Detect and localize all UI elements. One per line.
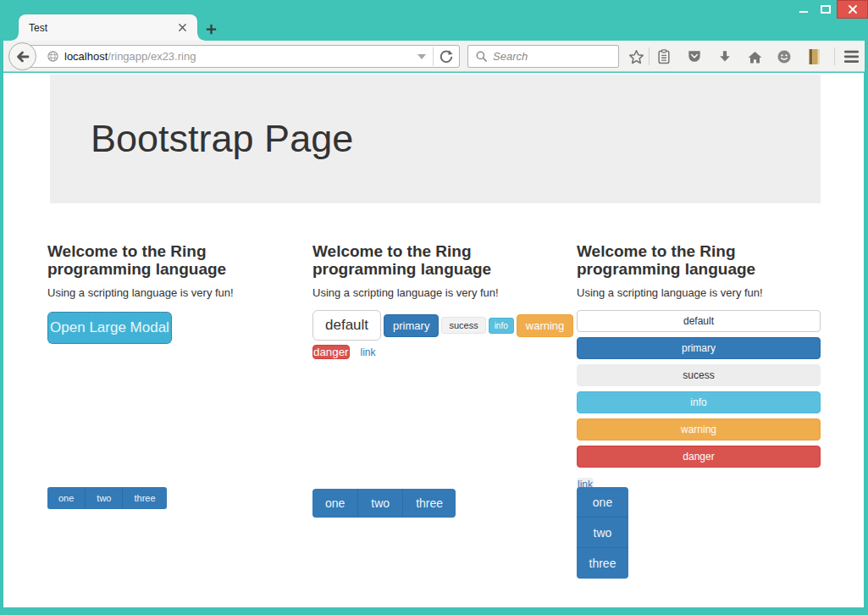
close-button[interactable] — [837, 0, 868, 19]
navigation-toolbar: localhost/ringapp/ex23.ring — [3, 41, 865, 72]
column-heading: Welcome to the Ring programming language — [577, 242, 776, 278]
url-dropdown-icon[interactable] — [417, 54, 426, 59]
url-path: /ringapp/ex23.ring — [108, 50, 196, 63]
button-group-vertical: one two three — [577, 487, 628, 579]
search-input[interactable] — [493, 50, 603, 63]
button-size-row: default primary sucess info warning — [312, 310, 556, 341]
home-button[interactable] — [745, 47, 764, 66]
browser-window: Test localhost/ringapp/ex23.ring — [0, 0, 868, 615]
column-2: Welcome to the Ring programming language… — [312, 236, 556, 359]
smiley-icon — [776, 48, 793, 65]
button-group-small: one two three — [47, 487, 167, 509]
plus-icon — [205, 23, 218, 36]
default-button[interactable]: default — [312, 310, 381, 341]
download-arrow-icon — [716, 48, 733, 65]
clipboard-icon — [655, 48, 672, 65]
maximize-icon — [821, 5, 831, 14]
window-controls — [793, 0, 868, 20]
new-tab-button[interactable] — [202, 19, 220, 38]
group-button-three[interactable]: three — [123, 487, 166, 509]
globe-icon — [47, 50, 59, 63]
group-button-two[interactable]: two — [577, 518, 628, 548]
tab-close-icon[interactable] — [175, 21, 189, 35]
info-button[interactable]: info — [489, 318, 514, 334]
column-heading: Welcome to the Ring programming language — [47, 242, 246, 278]
block-button-stack: default primary sucess info warning dang… — [577, 310, 821, 491]
button-group-default: one two three — [312, 489, 456, 518]
maximize-button[interactable] — [815, 0, 837, 17]
column-subtext: Using a scripting language is very fun! — [577, 286, 821, 299]
danger-button[interactable]: danger — [312, 345, 350, 359]
home-icon — [746, 48, 764, 66]
web-page-content: Bootstrap Page Welcome to the Ring progr… — [3, 73, 864, 607]
url-text[interactable]: localhost/ringapp/ex23.ring — [64, 50, 417, 63]
close-icon — [848, 4, 858, 14]
divider — [649, 47, 650, 65]
group-button-two[interactable]: two — [86, 487, 123, 509]
divider — [433, 47, 434, 66]
search-icon — [475, 50, 488, 63]
column-1: Welcome to the Ring programming language… — [47, 236, 291, 344]
column-3: Welcome to the Ring programming language… — [577, 236, 821, 491]
hello-button[interactable] — [775, 47, 793, 66]
menu-button[interactable] — [842, 47, 860, 66]
info-block-button[interactable]: info — [577, 391, 821, 413]
search-bar[interactable] — [467, 45, 619, 68]
minimize-button[interactable] — [793, 0, 815, 17]
link-button[interactable]: link — [361, 346, 376, 358]
column-subtext: Using a scripting language is very fun! — [312, 286, 556, 299]
jumbotron: Bootstrap Page — [50, 75, 821, 203]
url-host: localhost — [64, 50, 108, 63]
warning-block-button[interactable]: warning — [577, 418, 821, 440]
reload-icon — [439, 49, 454, 64]
bookmark-star-button[interactable] — [627, 47, 645, 66]
hamburger-icon — [843, 49, 860, 64]
reload-button[interactable] — [437, 47, 456, 66]
browser-tab[interactable]: Test — [19, 14, 197, 41]
reading-list-button[interactable] — [655, 47, 673, 66]
sucess-button[interactable]: sucess — [441, 317, 485, 334]
primary-button[interactable]: primary — [384, 314, 439, 337]
downloads-button[interactable] — [716, 47, 734, 66]
group-button-two[interactable]: two — [358, 489, 403, 518]
pocket-button[interactable] — [685, 47, 704, 66]
back-button[interactable] — [8, 42, 36, 70]
column-subtext: Using a scripting language is very fun! — [47, 286, 291, 299]
warning-button[interactable]: warning — [517, 314, 574, 337]
column-heading: Welcome to the Ring programming language — [312, 242, 511, 278]
divider — [834, 47, 835, 65]
group-button-one[interactable]: one — [577, 487, 628, 518]
group-button-one[interactable]: one — [312, 489, 358, 518]
url-bar[interactable]: localhost/ringapp/ex23.ring — [24, 45, 460, 68]
default-block-button[interactable]: default — [577, 310, 821, 332]
primary-block-button[interactable]: primary — [577, 337, 821, 359]
page-title: Bootstrap Page — [91, 117, 821, 161]
pocket-icon — [686, 48, 703, 65]
star-icon — [628, 48, 645, 66]
book-icon — [806, 48, 821, 65]
danger-block-button[interactable]: danger — [577, 446, 821, 468]
open-large-modal-button[interactable]: Open Large Modal — [47, 312, 172, 344]
group-button-one[interactable]: one — [47, 487, 86, 509]
group-button-three[interactable]: three — [577, 548, 628, 579]
back-arrow-icon — [14, 48, 31, 65]
minimize-icon — [799, 11, 808, 13]
group-button-three[interactable]: three — [403, 489, 456, 518]
sidebar-button[interactable] — [804, 47, 823, 66]
sucess-block-button[interactable]: sucess — [577, 364, 821, 386]
button-size-row-2: danger link — [312, 345, 556, 359]
tab-title: Test — [29, 22, 175, 34]
